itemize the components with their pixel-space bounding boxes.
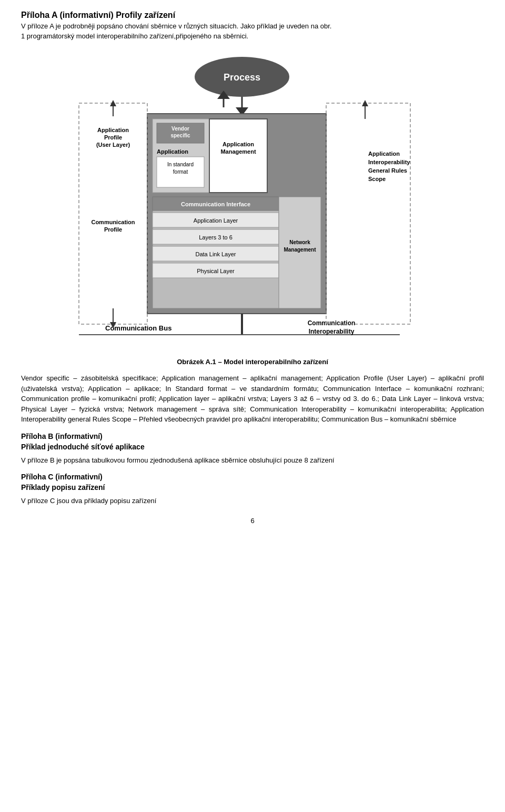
header-sub2: 1 programátorský model interoperabilního… bbox=[21, 32, 484, 40]
diagram-caption: Obrázek A.1 – Model interoperabilního za… bbox=[21, 358, 484, 366]
section-b-text: V příloze B je popsána tabulkovou formou… bbox=[21, 455, 484, 466]
app-interop-text1: Application bbox=[368, 151, 400, 157]
diagram-svg: Process Vendor specific Application In s… bbox=[68, 51, 437, 350]
process-label: Process bbox=[224, 72, 260, 83]
header-sub: V příloze A je podrobněji popsáno chován… bbox=[21, 22, 484, 30]
app-layer-text: Application Layer bbox=[194, 217, 238, 224]
application-text: Application bbox=[157, 148, 188, 155]
network-mgmt-text2: Management bbox=[284, 247, 316, 253]
page: Příloha A (informativní) Profily zařízen… bbox=[0, 0, 505, 546]
comm-interface-text: Communication Interface bbox=[181, 201, 250, 207]
in-standard-text1: In standard bbox=[167, 162, 194, 167]
app-mgmt-text2: Management bbox=[220, 148, 256, 155]
in-standard-text2: format bbox=[173, 169, 188, 175]
app-interop-text4: Scope bbox=[368, 176, 386, 182]
body-paragraph: Vendor specific – zásobitelská specifika… bbox=[21, 373, 484, 425]
page-number: 6 bbox=[21, 517, 484, 525]
app-interop-text2: Interoperability bbox=[368, 159, 410, 165]
section-c-title: Příloha C (informativní) bbox=[21, 473, 484, 481]
comm-profile-text1: Communication bbox=[91, 219, 135, 225]
section-c-text: V příloze C jsou dva příklady popisu zař… bbox=[21, 496, 484, 506]
layers-3-6-text: Layers 3 to 6 bbox=[199, 234, 233, 240]
app-mgmt-text1: Application bbox=[223, 141, 254, 147]
vendor-specific-label: Vendor bbox=[171, 126, 189, 132]
app-profile-left-text3: (User Layer) bbox=[96, 142, 130, 148]
vendor-specific-label2: specific bbox=[170, 133, 190, 138]
app-profile-left-text1: Application bbox=[97, 127, 129, 133]
app-profile-left-text2: Profile bbox=[104, 134, 122, 141]
app-mgmt-box bbox=[209, 119, 267, 193]
comm-interop-label1: Communication bbox=[308, 319, 356, 327]
physical-layer-text: Physical Layer bbox=[197, 268, 235, 274]
comm-profile-text2: Profile bbox=[104, 226, 122, 233]
section-c-subtitle: Příklady popisu zařízení bbox=[21, 483, 484, 492]
network-mgmt-box bbox=[279, 197, 321, 308]
section-b-title: Příloha B (informativní) bbox=[21, 432, 484, 440]
data-link-text: Data Link Layer bbox=[195, 251, 236, 257]
section-b-subtitle: Příklad jednoduché síťové aplikace bbox=[21, 443, 484, 451]
network-mgmt-text1: Network bbox=[289, 239, 310, 245]
comm-bus-label: Communication Bus bbox=[105, 324, 171, 332]
app-interop-text3: General Rules bbox=[368, 167, 407, 174]
dashed-box-right bbox=[326, 103, 410, 324]
diagram-container: Process Vendor specific Application In s… bbox=[21, 51, 484, 350]
header-title: Příloha A (informativní) Profily zařízen… bbox=[21, 11, 484, 20]
right-arrow-up-tri bbox=[362, 100, 368, 106]
comm-interop-label2: Interoperability bbox=[309, 328, 355, 335]
